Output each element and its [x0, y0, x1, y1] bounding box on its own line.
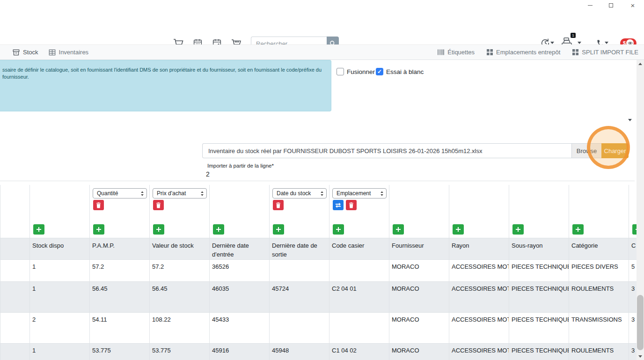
secondary-navbar: Stock Inventaires Étiquettes Emplacement…	[0, 44, 644, 60]
table-cell: 45948	[270, 343, 329, 360]
column-mapping-select[interactable]: Prix d'achat	[153, 188, 207, 198]
scroll-down-button[interactable]	[637, 353, 644, 360]
table-cell: ACCESSOIRES MOTO	[449, 281, 509, 312]
table-cell	[329, 259, 389, 281]
delete-column-button[interactable]	[346, 200, 357, 210]
table-cell: MORACO	[389, 343, 449, 360]
add-column-button[interactable]	[572, 224, 584, 235]
add-column-button[interactable]	[453, 224, 464, 235]
charger-button[interactable]: Charger	[601, 143, 629, 158]
column-mapping-select[interactable]: Date du stock	[272, 188, 327, 198]
vertical-scrollbar[interactable]	[637, 60, 644, 360]
nav-action-emplacements[interactable]: Emplacements entrepôt	[487, 49, 560, 56]
scrollbar-thumb[interactable]	[637, 295, 644, 350]
add-column-button[interactable]	[213, 224, 224, 235]
add-column-button[interactable]	[153, 224, 164, 235]
column-header: Dernière date d'entrée	[210, 238, 270, 259]
panel-collapse-caret-icon[interactable]	[628, 119, 632, 121]
table-cell: 56.45	[90, 281, 150, 312]
table-cell	[0, 312, 30, 343]
select-value: Quantité	[97, 190, 118, 197]
table-row: 156.4556.454603545724C2 04 01MORACOACCES…	[0, 281, 644, 312]
table-cell: 36526	[210, 259, 270, 281]
register-badge: 1	[571, 33, 576, 38]
nav-action-label: Emplacements entrepôt	[496, 49, 560, 56]
select-value: Date du stock	[277, 190, 311, 197]
column-header: P.A.M.P.	[90, 238, 150, 259]
table-cell: 56.45	[150, 281, 210, 312]
import-preview-table: QuantitéPrix d'achatDate du stockEmplace…	[0, 185, 644, 360]
table-cell: 1	[30, 281, 90, 312]
add-column-button[interactable]	[33, 224, 44, 235]
table-cell	[0, 281, 30, 312]
mapping-cell	[509, 185, 569, 238]
mapping-cell	[0, 185, 30, 238]
scroll-up-button[interactable]	[637, 60, 644, 67]
add-column-button[interactable]	[93, 224, 104, 235]
column-mapping-select[interactable]: Quantité	[93, 188, 147, 198]
table-cell: 45916	[210, 343, 270, 360]
window-titlebar: ×	[0, 0, 644, 10]
browse-label: Browse	[577, 147, 597, 154]
table-body: 157.257.236526MORACOACCESSOIRES MOTOPIEC…	[0, 259, 644, 360]
plus-icon	[156, 227, 161, 232]
nav-tab-label: Inventaires	[59, 49, 89, 56]
essai-label: Essai à blanc	[386, 68, 424, 75]
table-cell: 45433	[210, 312, 270, 343]
phone-caret-icon[interactable]	[605, 42, 608, 44]
nav-action-split-import[interactable]: SPLIT IMPORT FILE	[572, 49, 638, 56]
add-column-button[interactable]	[333, 224, 344, 235]
table-cell: 45724	[270, 281, 329, 312]
minimize-button[interactable]	[583, 1, 598, 9]
import-line-input[interactable]: 2	[206, 170, 210, 178]
swap-column-button[interactable]	[333, 200, 344, 210]
add-column-button[interactable]	[273, 224, 284, 235]
mapping-cell	[30, 185, 90, 238]
column-header	[0, 238, 30, 259]
table-cell: ROULEMENTS	[569, 343, 629, 360]
nav-action-label: SPLIT IMPORT FILE	[582, 49, 638, 56]
nav-tab-inventaires[interactable]: Inventaires	[49, 49, 89, 56]
table-cell: 53.775	[90, 343, 150, 360]
column-header: Catégorie	[569, 238, 629, 259]
table-cell	[329, 312, 389, 343]
fusionner-option: Fusionner	[337, 68, 375, 75]
column-header: Rayon	[449, 238, 509, 259]
trash-icon	[349, 202, 354, 208]
add-column-button[interactable]	[512, 224, 524, 235]
close-button[interactable]: ×	[625, 1, 640, 9]
minimize-icon	[588, 5, 593, 6]
delete-column-button[interactable]	[153, 200, 164, 210]
delete-column-button[interactable]	[93, 200, 104, 210]
browse-button[interactable]: Browse	[571, 143, 601, 158]
maximize-icon	[609, 3, 613, 7]
plus-icon	[456, 227, 461, 232]
inventory-grid-icon	[49, 49, 56, 56]
file-input[interactable]: Inventaire du stock réel par FOURNISSEUR…	[202, 143, 571, 158]
select-value: Emplacement	[337, 190, 371, 197]
nav-tab-stock[interactable]: Stock	[13, 49, 38, 56]
table-cell: ACCESSOIRES MOTO	[449, 343, 509, 360]
plus-icon	[216, 227, 221, 232]
nav-action-etiquettes[interactable]: Étiquettes	[438, 49, 475, 56]
charger-label: Charger	[604, 147, 626, 154]
table-row: 153.77553.7754591645948C1 04 02MORACOACC…	[0, 343, 644, 360]
column-mapping-select[interactable]: Emplacement	[332, 188, 387, 198]
plus-icon	[96, 227, 101, 232]
table-cell: 57.2	[90, 259, 150, 281]
table-cell: 57.2	[150, 259, 210, 281]
essai-checkbox[interactable]: ✓	[376, 68, 383, 75]
swap-icon	[335, 202, 341, 208]
add-column-button[interactable]	[393, 224, 404, 235]
split-grid-icon	[572, 49, 578, 55]
delete-column-button[interactable]	[273, 200, 284, 210]
plus-icon	[276, 227, 281, 232]
maximize-button[interactable]	[603, 1, 618, 9]
fusionner-checkbox[interactable]	[337, 68, 344, 75]
table-cell: PIECES TECHNIQUES	[509, 312, 569, 343]
trash-icon	[156, 202, 161, 208]
history-caret-icon[interactable]	[550, 42, 554, 44]
table-cell	[270, 312, 329, 343]
fusionner-label: Fusionner	[347, 68, 375, 75]
register-caret-icon[interactable]	[578, 42, 581, 44]
